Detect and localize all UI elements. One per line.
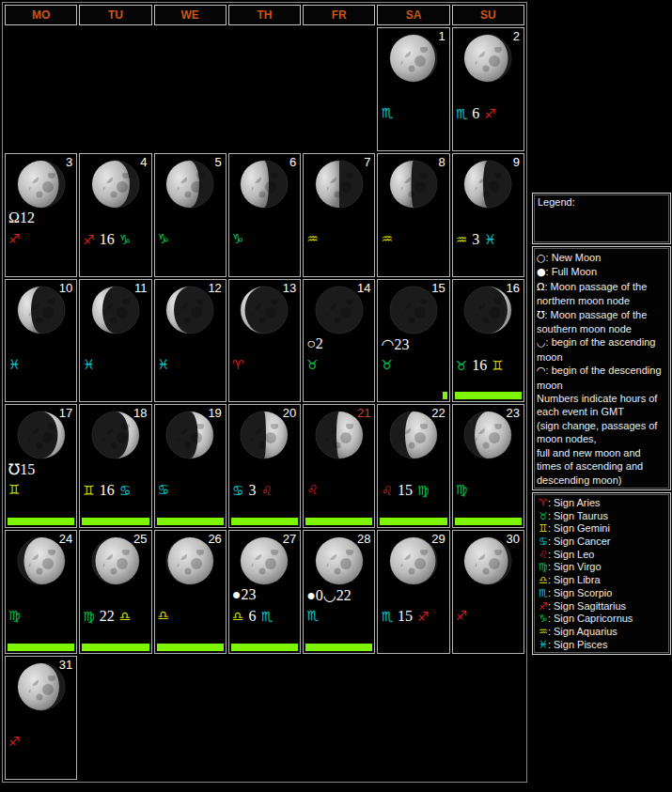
descending-moon-period-bar <box>443 392 447 399</box>
sign-change-hour: 6 <box>248 608 256 625</box>
moon-event-text: ℧15 <box>8 460 35 478</box>
zodiac-sign-icon: ♓ <box>484 232 496 247</box>
day-cell-28[interactable]: 28 ●0◡22♏ <box>303 530 375 654</box>
moon-event-text: ●0◡22 <box>306 586 352 604</box>
zodiac-sign-icon: ♈ <box>232 357 244 372</box>
legend-item: ◡: begin of the ascending moon <box>537 335 666 364</box>
legend-sign-row: ♑: Sign Capricornus <box>539 613 666 626</box>
moon-phase-image <box>164 536 215 586</box>
zodiac-sign-row: ♐ <box>8 734 21 749</box>
day-cell-13[interactable]: 13 ♈ <box>228 279 301 403</box>
zodiac-sign-row: ♒ <box>306 231 319 246</box>
zodiac-sign-icon: ♋ <box>232 483 244 498</box>
moon-phase-image <box>462 159 513 210</box>
day-cell-1[interactable]: 1 ♏ <box>377 27 449 151</box>
day-cell-17[interactable]: 17 ℧15♊ <box>5 404 77 528</box>
day-cell-4[interactable]: 4 ♐16♑ <box>79 153 151 277</box>
zodiac-sign-row: ♍ <box>8 608 21 623</box>
zodiac-sign-icon: ♓ <box>539 639 548 651</box>
day-number: 3 <box>66 155 72 169</box>
descending-moon-period-bar <box>231 644 298 651</box>
moon-phase-image <box>90 285 141 335</box>
day-cell-9[interactable]: 9 ♒3♓ <box>452 153 524 277</box>
day-cell-27[interactable]: 27 ●23♎6♏ <box>228 530 301 654</box>
legend-title: Legend: <box>538 196 575 208</box>
sign-change-hour: 22 <box>100 608 115 625</box>
day-number: 7 <box>364 155 370 169</box>
zodiac-sign-row: ♊ <box>8 482 21 497</box>
day-cell-20[interactable]: 20 ♋3♌ <box>228 404 301 528</box>
zodiac-sign-icon: ♑ <box>232 231 244 246</box>
day-number: 8 <box>438 155 445 169</box>
day-number: 9 <box>513 155 520 169</box>
legend-sign-row: ♉: Sign Taurus <box>539 510 666 523</box>
day-cell-24[interactable]: 24 ♍ <box>5 530 77 654</box>
day-cell-25[interactable]: 25 ♍22♎ <box>79 530 151 654</box>
day-cell-19[interactable]: 19 ♋ <box>154 404 227 528</box>
moon-phase-image <box>314 159 365 210</box>
zodiac-sign-row: ♌ <box>306 482 319 497</box>
moon-phase-image <box>239 536 289 586</box>
moon-phase-image <box>239 285 289 335</box>
legend-title-box: Legend: <box>532 193 671 244</box>
zodiac-sign-row: ♏15♐ <box>381 608 429 625</box>
legend-item: ●: Full Moon <box>537 265 666 279</box>
zodiac-sign-icon: ♊ <box>83 483 95 498</box>
zodiac-sign-icon: ♊ <box>539 522 548 535</box>
day-cell-11[interactable]: 11 ♓ <box>79 279 151 403</box>
day-cell-5[interactable]: 5 ♑ <box>154 153 227 277</box>
legend-note: full and new moon and times of ascending… <box>537 446 666 487</box>
legend-sign-row: ♌: Sign Leo <box>539 549 666 562</box>
legend-sign-row: ♍: Sign Virgo <box>539 561 666 574</box>
descending-moon-period-bar <box>380 518 446 525</box>
zodiac-sign-row: ♏ <box>381 105 393 120</box>
day-cell-8[interactable]: 8 ♒ <box>377 153 449 277</box>
legend-note: (sign change, passages of moon nodes, <box>537 419 666 446</box>
day-cell-6[interactable]: 6 ♑ <box>228 153 301 277</box>
day-cell-16[interactable]: 16 ♉16♊ <box>452 279 524 403</box>
zodiac-sign-icon: ♋ <box>119 483 132 498</box>
day-cell-30[interactable]: 30 ♐ <box>452 530 524 654</box>
zodiac-sign-row: ♐16♑ <box>83 231 131 248</box>
zodiac-sign-row: ♐ <box>8 231 21 246</box>
day-cell-18[interactable]: 18 ♊16♋ <box>79 404 151 528</box>
day-cell-2[interactable]: 2 ♏6♐ <box>452 27 524 151</box>
weekday-header-su: SU <box>452 5 524 25</box>
day-cell-26[interactable]: 26 ♎ <box>154 530 227 654</box>
day-cell-31[interactable]: 31 ♐ <box>5 656 77 780</box>
day-cell-7[interactable]: 7 ♒ <box>303 153 375 277</box>
day-number: 5 <box>215 155 222 169</box>
zodiac-sign-icon: ♐ <box>539 600 548 613</box>
descending-moon-period-bar <box>82 518 148 525</box>
zodiac-sign-icon: ♉ <box>456 358 468 373</box>
zodiac-sign-row: ♑ <box>158 231 170 246</box>
day-cell-21[interactable]: 21 ♌ <box>303 404 375 528</box>
descending-moon-period-bar <box>305 644 372 651</box>
day-cell-29[interactable]: 29 ♏15♐ <box>377 530 449 654</box>
legend-items-box: ○: New Moon●: Full MoonΩ: Moon passage o… <box>532 246 671 490</box>
zodiac-sign-icon: ♋ <box>158 482 170 497</box>
weekday-header-we: WE <box>154 5 227 25</box>
sign-change-hour: 6 <box>472 105 479 122</box>
zodiac-sign-icon: ♏ <box>260 609 273 624</box>
zodiac-sign-icon: ♎ <box>232 609 244 624</box>
day-cell-22[interactable]: 22 ♌15♍ <box>377 404 449 528</box>
legend-note: Numbers indicate hours of each event in … <box>537 392 666 419</box>
day-cell-23[interactable]: 23 ♍ <box>452 404 524 528</box>
weekday-header-mo: MO <box>5 5 77 25</box>
zodiac-sign-icon: ♍ <box>539 561 548 573</box>
zodiac-sign-icon: ♒ <box>456 232 468 247</box>
moon-phase-image <box>239 159 289 210</box>
sign-change-hour: 3 <box>248 482 256 499</box>
zodiac-sign-icon: ♑ <box>158 231 170 246</box>
day-number: 1 <box>438 29 445 43</box>
day-cell-12[interactable]: 12 ♓ <box>154 279 227 403</box>
day-cell-14[interactable]: 14 ○2♉ <box>303 279 375 403</box>
day-cell-3[interactable]: 3 Ω12♐ <box>5 153 77 277</box>
moon-phase-image <box>16 536 67 586</box>
zodiac-sign-row: ♍22♎ <box>83 608 131 625</box>
descending-moon-period-bar <box>157 644 224 651</box>
moon-phase-image <box>388 33 439 84</box>
day-cell-15[interactable]: 15 ◠23♉ <box>377 279 449 403</box>
day-cell-10[interactable]: 10 ♓ <box>5 279 77 403</box>
